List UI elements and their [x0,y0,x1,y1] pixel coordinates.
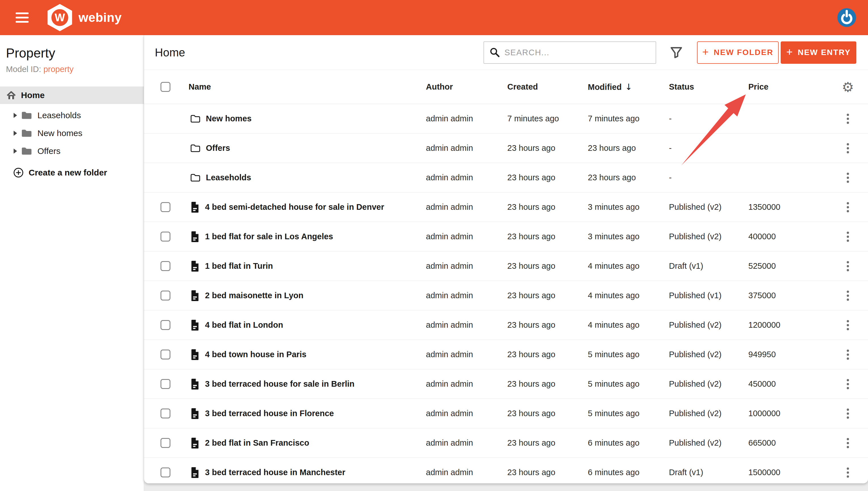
row-menu-button[interactable] [844,288,851,303]
new-entry-button[interactable]: + NEW ENTRY [781,41,857,64]
webiny-logo[interactable]: W webiny [46,3,122,32]
row-menu-button[interactable] [844,200,851,214]
created-cell: 23 hours ago [507,202,588,212]
new-folder-button[interactable]: + NEW FOLDER [697,41,779,64]
folder-name[interactable]: New homes [206,114,252,123]
status-cell: Published (v2) [669,379,748,389]
author-cell: admin admin [426,350,507,359]
table-row-entry[interactable]: 2 bed flat in San Francisco admin admin … [144,428,868,458]
row-checkbox[interactable] [161,408,170,418]
document-icon [190,290,200,301]
entry-name[interactable]: 4 bed flat in London [205,320,283,330]
sidebar-folder-new-homes[interactable]: New homes [0,124,144,142]
chevron-right-icon[interactable] [13,148,17,154]
modified-cell: 3 minutes ago [588,232,669,241]
sidebar-folder-offers[interactable]: Offers [0,142,144,160]
row-menu-button[interactable] [844,318,851,333]
entry-name[interactable]: 3 bed terraced house in Florence [205,409,334,418]
top-app-bar: W webiny [0,0,868,35]
chevron-right-icon[interactable] [13,113,17,118]
created-cell: 23 hours ago [507,143,588,153]
entry-name[interactable]: 3 bed terraced house in Manchester [205,468,345,477]
row-checkbox[interactable] [161,438,170,448]
sidebar-item-home[interactable]: Home [0,86,144,104]
status-cell: Published (v2) [669,202,748,212]
table-row-entry[interactable]: 3 bed terraced house for sale in Berlin … [144,369,868,399]
folder-name[interactable]: Leaseholds [206,173,251,182]
row-checkbox[interactable] [161,261,170,271]
search-icon [490,47,500,58]
row-menu-button[interactable] [844,377,851,392]
search-input[interactable] [504,48,650,57]
row-menu-button[interactable] [844,406,851,421]
column-header-modified[interactable]: Modified↓ [588,82,669,92]
row-checkbox[interactable] [161,350,170,359]
create-new-folder-button[interactable]: Create a new folder [0,167,144,178]
author-cell: admin admin [426,291,507,300]
row-checkbox[interactable] [161,320,170,330]
entry-name[interactable]: 3 bed terraced house for sale in Berlin [205,379,354,389]
webiny-hexagon-icon: W [46,3,74,32]
entries-sheet: Home + NEW FOLDER [144,35,868,483]
folder-icon [190,114,201,123]
search-box [484,41,656,64]
modified-cell: 3 minutes ago [588,202,669,212]
author-cell: admin admin [426,143,507,153]
price-cell: 1000000 [748,409,828,418]
table-row-entry[interactable]: 1 bed flat in Turin admin admin 23 hours… [144,252,868,281]
user-avatar[interactable] [837,8,856,27]
column-header-price: Price [748,82,828,92]
page-header: Home + NEW FOLDER [144,35,868,70]
entry-name[interactable]: 2 bed maisonette in Lyon [205,291,303,300]
author-cell: admin admin [426,379,507,389]
table-row-entry[interactable]: 3 bed terraced house in Florence admin a… [144,399,868,428]
column-header-author: Author [426,82,507,92]
document-icon [190,408,200,420]
document-icon [190,437,200,449]
created-cell: 23 hours ago [507,291,588,300]
column-header-name: Name [183,82,426,92]
row-menu-button[interactable] [844,465,851,480]
modified-cell: 23 hours ago [588,143,669,153]
row-menu-button[interactable] [844,170,851,185]
table-row-folder[interactable]: New homes admin admin 7 minutes ago 7 mi… [144,104,868,134]
row-menu-button[interactable] [844,436,851,451]
folder-name[interactable]: Offers [206,143,230,153]
row-checkbox[interactable] [161,202,170,212]
table-row-entry[interactable]: 4 bed flat in London admin admin 23 hour… [144,311,868,340]
row-checkbox[interactable] [161,379,170,389]
chevron-right-icon[interactable] [13,131,17,136]
sidebar-folder-leaseholds[interactable]: Leaseholds [0,106,144,124]
row-menu-button[interactable] [844,347,851,362]
row-checkbox[interactable] [161,467,170,478]
entry-name[interactable]: 1 bed flat in Turin [205,261,273,271]
status-cell: Published (v2) [669,409,748,418]
row-menu-button[interactable] [844,229,851,244]
row-checkbox[interactable] [161,232,170,241]
brand-wordmark: webiny [79,10,122,25]
row-checkbox[interactable] [161,291,170,300]
table-row-entry[interactable]: 2 bed maisonette in Lyon admin admin 23 … [144,281,868,311]
select-all-checkbox[interactable] [161,82,170,92]
modified-cell: 4 minutes ago [588,291,669,300]
table-row-entry[interactable]: 4 bed town house in Paris admin admin 23… [144,340,868,369]
table-row-entry[interactable]: 4 bed semi-detached house for sale in De… [144,193,868,222]
entry-name[interactable]: 2 bed flat in San Francisco [205,438,309,447]
plus-icon: + [786,47,793,57]
table-settings-gear-icon[interactable]: ⚙ [842,80,854,94]
table-row-folder[interactable]: Leaseholds admin admin 23 hours ago 23 h… [144,163,868,193]
entry-name[interactable]: 4 bed semi-detached house for sale in De… [205,202,384,212]
row-menu-button[interactable] [844,259,851,273]
filter-button[interactable] [670,46,683,59]
row-menu-button[interactable] [844,111,851,126]
folder-tree: Leaseholds New homes Offers [0,106,144,160]
table-row-entry[interactable]: 3 bed terraced house in Manchester admin… [144,458,868,483]
menu-icon[interactable] [16,12,29,23]
table-row-entry[interactable]: 1 bed flat for sale in Los Angeles admin… [144,222,868,252]
table-row-folder[interactable]: Offers admin admin 23 hours ago 23 hours… [144,134,868,163]
entry-name[interactable]: 4 bed town house in Paris [205,350,307,359]
row-menu-button[interactable] [844,141,851,156]
status-cell: Draft (v1) [669,261,748,271]
entry-name[interactable]: 1 bed flat for sale in Los Angeles [205,232,333,241]
price-cell: 400000 [748,232,828,241]
